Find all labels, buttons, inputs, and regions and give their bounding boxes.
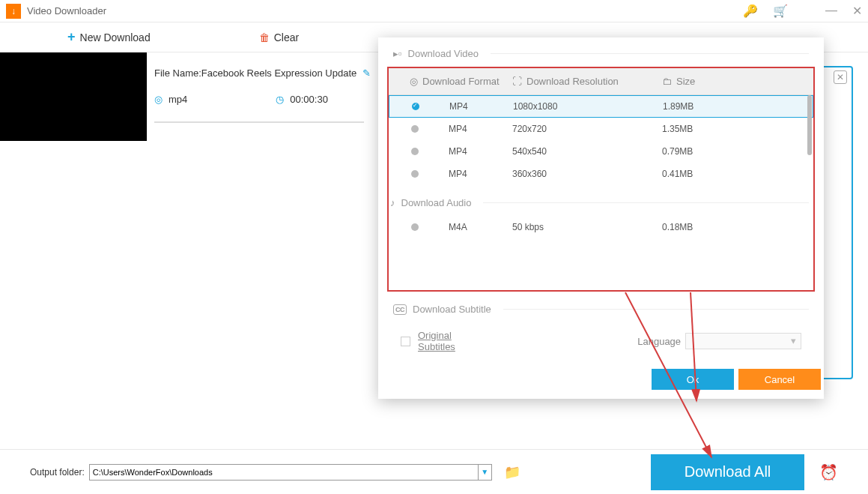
audio-icon: ♪ (389, 197, 395, 208)
row-resolution: 1080x1080 (513, 101, 663, 112)
cart-icon[interactable]: 🛒 (773, 4, 788, 18)
download-audio-header: Download Audio (401, 197, 472, 208)
minimize-button[interactable]: — (825, 4, 837, 18)
output-folder-label: Output folder: (30, 467, 85, 478)
language-select[interactable] (685, 333, 801, 349)
original-subtitles-checkbox[interactable] (401, 337, 410, 346)
table-header: ◎Download Format ⛶Download Resolution 🗀S… (389, 68, 813, 95)
formats-box: ◎Download Format ⛶Download Resolution 🗀S… (387, 67, 815, 292)
row-format: MP4 (449, 169, 512, 179)
row-format: MP4 (449, 124, 512, 134)
format-row[interactable]: MP4540x5400.79MB (389, 140, 813, 163)
clear-button[interactable]: 🗑 Clear (259, 31, 299, 43)
row-resolution: 540x540 (512, 146, 662, 157)
key-icon[interactable]: 🔑 (743, 4, 758, 18)
row-format: MP4 (449, 101, 513, 112)
format-row[interactable]: MP4360x3600.41MB (389, 163, 813, 185)
radio-icon (412, 103, 419, 110)
close-button[interactable]: ✕ (852, 4, 862, 18)
progress-bar (154, 121, 364, 123)
new-download-button[interactable]: + New Download (67, 29, 151, 45)
row-resolution: 360x360 (512, 169, 662, 179)
row-size: 0.79MB (662, 146, 737, 157)
url-box-close[interactable]: ✕ (834, 70, 847, 84)
resolution-icon: ⛶ (512, 76, 522, 87)
output-folder-dropdown[interactable]: ▼ (479, 464, 492, 481)
row-size: 0.18MB (662, 222, 737, 232)
format-row[interactable]: MP41080x10801.89MB (389, 95, 813, 118)
cancel-button[interactable]: Cancel (738, 369, 821, 390)
size-icon: 🗀 (662, 76, 672, 87)
output-folder-input[interactable] (89, 464, 479, 481)
video-icon: ▸▫ (393, 48, 402, 59)
scrollbar[interactable] (807, 95, 812, 155)
row-size: 0.41MB (662, 169, 737, 179)
video-thumbnail (0, 52, 147, 141)
edit-name-icon[interactable]: ✎ (362, 67, 371, 79)
format-icon: ◎ (410, 76, 418, 87)
format-icon: ◎ (154, 94, 163, 105)
row-resolution: 720x720 (512, 124, 662, 134)
radio-icon (411, 125, 419, 133)
radio-icon (411, 148, 419, 155)
plus-icon: + (67, 29, 76, 45)
file-name: Facebook Reels Expression Update (201, 67, 356, 79)
file-format: mp4 (169, 94, 187, 105)
alarm-icon[interactable]: ⏰ (819, 463, 838, 481)
titlebar: ↓ Video Downloader 🔑 🛒 — ✕ (0, 0, 868, 22)
clock-icon: ◷ (276, 94, 284, 105)
format-row[interactable]: M4A50 kbps0.18MB (389, 216, 813, 238)
radio-icon (411, 223, 419, 231)
format-row[interactable]: MP4720x7201.35MB (389, 118, 813, 140)
footer: Output folder: ▼ 📁 Download All ⏰ (0, 449, 868, 494)
language-label: Language (637, 336, 681, 347)
row-size: 1.35MB (662, 124, 737, 134)
download-subtitle-header: Download Subtitle (413, 304, 491, 315)
row-format: MP4 (449, 146, 512, 157)
trash-icon: 🗑 (259, 31, 270, 43)
format-dialog: ▸▫ Download Video ◎Download Format ⛶Down… (378, 37, 824, 399)
original-subtitles-label: Original Subtitles (418, 330, 491, 352)
cc-icon: CC (393, 304, 407, 315)
row-resolution: 50 kbps (512, 222, 662, 232)
row-size: 1.89MB (663, 101, 738, 112)
radio-icon (411, 170, 419, 178)
browse-folder-icon[interactable]: 📁 (504, 464, 521, 481)
download-all-button[interactable]: Download All (651, 454, 804, 490)
download-video-header: Download Video (408, 48, 479, 59)
ok-button[interactable]: Ok (652, 369, 734, 390)
app-logo: ↓ (6, 4, 21, 19)
app-title: Video Downloader (27, 5, 106, 16)
file-duration: 00:00:30 (290, 94, 328, 105)
row-format: M4A (449, 222, 512, 232)
file-name-label: File Name: (154, 67, 201, 79)
